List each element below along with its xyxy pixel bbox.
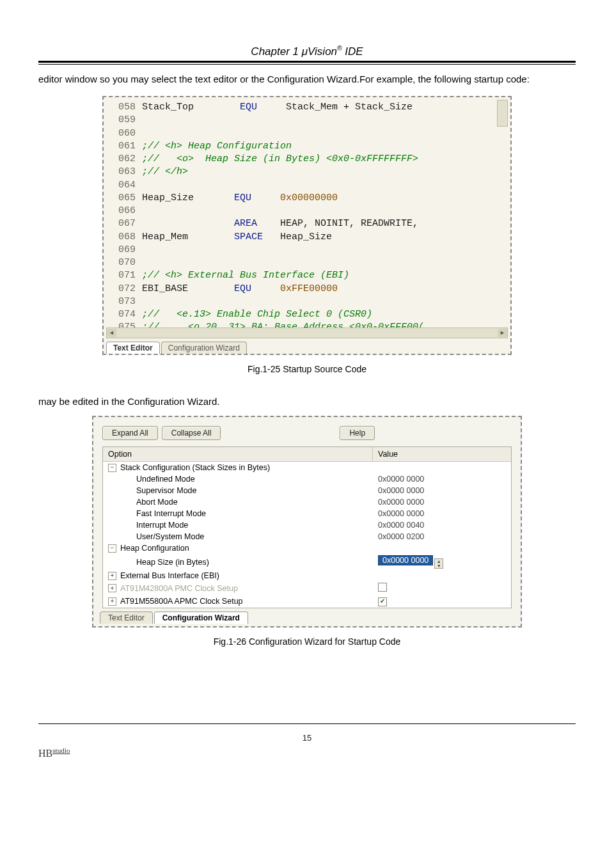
tab-configuration-wizard[interactable]: Configuration Wizard	[161, 342, 247, 354]
column-header-option[interactable]: Option	[103, 447, 373, 461]
tree-toggle-icon[interactable]: +	[108, 584, 116, 592]
option-label: Abort Mode	[136, 498, 178, 507]
grid-row[interactable]: +External Bus Interface (EBI)	[103, 570, 511, 581]
tree-toggle-icon[interactable]: −	[108, 464, 116, 472]
value-text: 0x0000 0000	[378, 498, 424, 507]
collapse-all-button[interactable]: Collapse All	[162, 426, 221, 440]
grid-row[interactable]: Fast Interrupt Mode0x0000 0000	[103, 508, 511, 519]
option-label: AT91M42800A PMC Clock Setup	[120, 584, 238, 593]
option-label: Fast Interrupt Mode	[136, 509, 206, 518]
footer-rule	[38, 723, 576, 724]
option-label: Undefined Mode	[136, 475, 195, 484]
grid-row[interactable]: Supervisor Mode0x0000 0000	[103, 485, 511, 496]
option-label: Heap Configuration	[120, 544, 189, 553]
mid-text: may be edited in the Configuration Wizar…	[38, 393, 576, 410]
value-text: 0x0000 0000	[378, 486, 424, 495]
value-text: 0x0000 0000	[378, 509, 424, 518]
grid-row[interactable]: Abort Mode0x0000 0000	[103, 496, 511, 508]
value-input[interactable]: 0x0000 0000	[378, 555, 433, 565]
grid-row[interactable]: Heap Size (in Bytes)0x0000 0000▲▼	[103, 554, 511, 570]
page-header: Chapter 1 μVision® IDE	[38, 45, 576, 58]
spin-control[interactable]: ▲▼	[434, 558, 443, 569]
option-label: User/System Mode	[136, 532, 204, 541]
header-rule	[38, 61, 576, 63]
tab-text-editor[interactable]: Text Editor	[106, 342, 160, 354]
option-label: Supervisor Mode	[136, 486, 197, 495]
grid-row[interactable]: +AT91M42800A PMC Clock Setup	[103, 581, 511, 595]
option-label: AT91M55800A APMC Clock Setup	[120, 597, 243, 606]
tree-toggle-icon[interactable]: −	[108, 544, 116, 553]
header-rule-thin	[38, 64, 576, 65]
grid-row[interactable]: −Stack Configuration (Stack Sizes in Byt…	[103, 462, 511, 473]
option-label: Stack Configuration (Stack Sizes in Byte…	[120, 463, 270, 472]
page-number: 15	[38, 733, 576, 743]
tree-toggle-icon[interactable]: +	[108, 572, 116, 580]
help-button[interactable]: Help	[340, 426, 375, 440]
options-grid: Option Value −Stack Configuration (Stack…	[102, 446, 512, 608]
figure-caption-2: Fig.1-26 Configuration Wizard for Startu…	[38, 636, 576, 647]
grid-row[interactable]: Interrupt Mode0x0000 0040	[103, 519, 511, 531]
grid-row[interactable]: Undefined Mode0x0000 0000	[103, 473, 511, 485]
code-editor-screenshot: 058Stack_Top EQU Stack_Mem + Stack_Size0…	[102, 96, 512, 355]
value-text: 0x0000 0040	[378, 521, 424, 530]
scroll-left-icon[interactable]: ◄	[107, 329, 116, 337]
checkbox[interactable]	[378, 583, 387, 592]
grid-row[interactable]: User/System Mode0x0000 0200	[103, 531, 511, 542]
vertical-scrollbar[interactable]	[497, 100, 508, 127]
grid-row[interactable]: +AT91M55800A APMC Clock Setup✔	[103, 595, 511, 608]
scroll-right-icon[interactable]: ►	[498, 329, 507, 337]
option-label: Interrupt Mode	[136, 521, 188, 530]
configuration-wizard-screenshot: Expand All Collapse All Help Option Valu…	[92, 416, 522, 627]
tab-configuration-wizard[interactable]: Configuration Wizard	[154, 612, 248, 624]
footer-brand: HBstudio	[38, 746, 576, 759]
expand-all-button[interactable]: Expand All	[102, 426, 158, 440]
column-header-value[interactable]: Value	[373, 447, 511, 461]
tab-text-editor[interactable]: Text Editor	[100, 612, 153, 624]
option-label: Heap Size (in Bytes)	[136, 558, 209, 567]
value-text: 0x0000 0000	[378, 475, 424, 484]
checkbox[interactable]: ✔	[378, 597, 387, 606]
value-text: 0x0000 0200	[378, 532, 424, 541]
tree-toggle-icon[interactable]: +	[108, 597, 116, 606]
figure-caption-1: Fig.1-25 Startup Source Code	[38, 364, 576, 374]
option-label: External Bus Interface (EBI)	[120, 571, 219, 580]
source-code: 058Stack_Top EQU Stack_Mem + Stack_Size0…	[107, 101, 507, 335]
horizontal-scrollbar[interactable]: ◄ ►	[106, 327, 508, 338]
intro-text: editor window so you may select the text…	[38, 71, 576, 88]
grid-row[interactable]: −Heap Configuration	[103, 542, 511, 554]
